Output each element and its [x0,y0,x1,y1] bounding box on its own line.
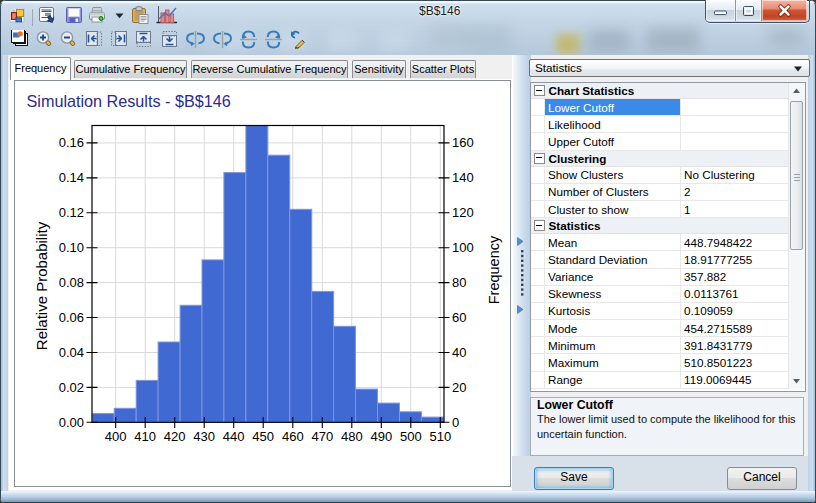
svg-text:0.08: 0.08 [59,275,84,290]
svg-text:0: 0 [452,415,459,430]
svg-text:0.14: 0.14 [59,170,84,185]
svg-text:420: 420 [164,429,186,444]
svg-text:410: 410 [134,429,156,444]
svg-text:400: 400 [105,429,127,444]
svg-text:120: 120 [452,205,474,220]
svg-text:160: 160 [452,135,474,150]
svg-text:440: 440 [223,429,245,444]
svg-text:Relative Probability: Relative Probability [33,221,50,350]
svg-text:100: 100 [452,240,474,255]
svg-text:Simulation Results - $B$146: Simulation Results - $B$146 [27,92,231,110]
svg-text:20: 20 [452,380,466,395]
svg-text:0.00: 0.00 [59,415,84,430]
svg-text:430: 430 [193,429,215,444]
svg-text:470: 470 [311,429,333,444]
svg-text:490: 490 [370,429,392,444]
svg-text:140: 140 [452,170,474,185]
svg-text:0.10: 0.10 [59,240,84,255]
svg-text:0.16: 0.16 [59,135,84,150]
svg-text:450: 450 [252,429,274,444]
svg-text:80: 80 [452,275,466,290]
svg-text:500: 500 [400,429,422,444]
svg-text:Frequency: Frequency [486,235,502,304]
svg-text:480: 480 [341,429,363,444]
svg-text:460: 460 [282,429,304,444]
svg-text:0.04: 0.04 [59,345,84,360]
svg-text:40: 40 [452,345,466,360]
svg-text:0.06: 0.06 [59,310,84,325]
svg-text:510: 510 [429,429,451,444]
svg-text:0.12: 0.12 [59,205,84,220]
svg-text:0.02: 0.02 [59,380,84,395]
svg-text:60: 60 [452,310,466,325]
